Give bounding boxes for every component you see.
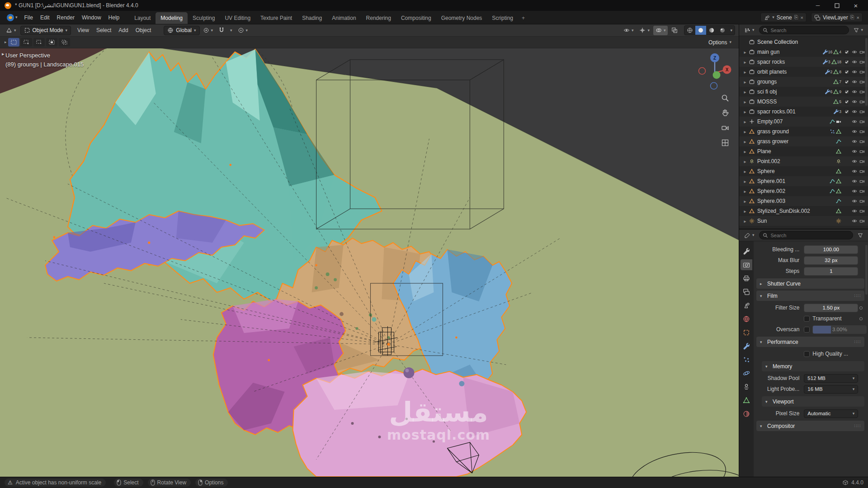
viewlayer-selector[interactable]: ViewLayer ⎘ × xyxy=(811,13,863,22)
overlays-dropdown[interactable]: ▾ xyxy=(653,26,668,35)
shading-rendered-button[interactable] xyxy=(717,26,728,35)
outliner-item-label[interactable]: sci fi obj xyxy=(757,89,777,95)
hide-in-viewport-toggle[interactable] xyxy=(850,169,858,174)
menu-window[interactable]: Window xyxy=(78,13,105,22)
select-mode-invert-button[interactable] xyxy=(46,38,57,47)
disable-in-renders-toggle[interactable] xyxy=(858,169,866,174)
outliner-item-scene-collection[interactable]: ▸ Scene Collection xyxy=(739,37,868,47)
hide-in-viewport-toggle[interactable] xyxy=(850,188,858,194)
pivot-point-button[interactable]: ▾ xyxy=(201,26,216,35)
workspace-tab-compositing[interactable]: Compositing xyxy=(396,12,436,24)
outliner-item-label[interactable]: groungs xyxy=(757,79,777,85)
outliner-item-sci-fi-obj[interactable]: ▸sci fi obj69 xyxy=(739,87,868,97)
collection-checkbox[interactable] xyxy=(843,69,850,75)
outliner-item-label[interactable]: Point.002 xyxy=(757,158,780,164)
pixel-size-dropdown[interactable]: Automatic▾ xyxy=(804,409,858,418)
collection-checkbox[interactable] xyxy=(843,79,850,84)
outliner-item-stylized-sundisk-002[interactable]: ▸Stylized_SunDisk.002 xyxy=(739,206,868,216)
properties-tab-modifiers[interactable] xyxy=(741,341,752,352)
viewport-menu-object[interactable]: Object xyxy=(132,26,155,35)
panel-header-memory[interactable]: ▾Memory xyxy=(762,361,864,371)
proportional-edit-button[interactable]: ▾ xyxy=(236,26,250,35)
workspace-tab-sculpting[interactable]: Sculpting xyxy=(188,12,220,24)
select-mode-subtract-button[interactable] xyxy=(33,38,45,47)
properties-search-input[interactable] xyxy=(770,232,849,239)
hide-in-viewport-toggle[interactable] xyxy=(850,119,858,124)
outliner-item-spacr-rocks-001[interactable]: ▸spacr rocks.0013 xyxy=(739,107,868,117)
workspace-tab-uv-editing[interactable]: UV Editing xyxy=(220,12,255,24)
expand-toggle-icon[interactable]: ▸ xyxy=(742,139,748,144)
properties-scrollbar[interactable] xyxy=(865,245,868,295)
outliner-item-mosss[interactable]: ▸MOSSS5 xyxy=(739,97,868,107)
outliner-item-sphere[interactable]: ▸Sphere xyxy=(739,166,868,176)
panel-disclosure-icon[interactable]: ▾ xyxy=(760,340,764,344)
workspace-tab-scripting[interactable]: Scripting xyxy=(487,12,518,24)
properties-filter-button[interactable] xyxy=(855,230,865,240)
viewport-options-dropdown[interactable]: Options▾ xyxy=(708,39,734,46)
menu-help[interactable]: Help xyxy=(105,13,123,22)
zoom-tool-icon[interactable] xyxy=(721,94,730,103)
viewport-menu-select[interactable]: Select xyxy=(93,26,115,35)
outliner-item-label[interactable]: Plane xyxy=(757,148,771,155)
workspace-tab-shading[interactable]: Shading xyxy=(297,12,327,24)
outliner-item-empty-007[interactable]: ▸Empty.007 xyxy=(739,117,868,127)
maximize-button[interactable] xyxy=(827,0,846,11)
hide-in-viewport-toggle[interactable] xyxy=(850,218,858,224)
hide-in-viewport-toggle[interactable] xyxy=(850,79,858,84)
overscan-checkbox[interactable] xyxy=(804,327,810,333)
expand-toggle-icon[interactable]: ▸ xyxy=(742,89,748,94)
properties-tab-constraints[interactable] xyxy=(741,381,752,392)
outliner-item-grass-ground[interactable]: ▸grass ground xyxy=(739,127,868,136)
filter-size-field[interactable]: 1.50 px xyxy=(804,304,858,312)
disable-in-renders-toggle[interactable] xyxy=(858,208,866,214)
outliner-search-input[interactable] xyxy=(770,27,846,33)
bleeding-field[interactable]: 100.00 xyxy=(804,245,858,254)
collection-checkbox[interactable] xyxy=(843,109,850,114)
hide-in-viewport-toggle[interactable] xyxy=(850,149,858,154)
outliner-filter-button[interactable]: ▾ xyxy=(851,25,865,35)
high-quality-checkbox[interactable] xyxy=(804,351,810,357)
shading-wireframe-button[interactable] xyxy=(684,26,695,35)
shading-solid-button[interactable] xyxy=(695,26,706,35)
disable-in-renders-toggle[interactable] xyxy=(858,178,866,184)
properties-tab-output[interactable] xyxy=(741,273,752,284)
expand-toggle-icon[interactable]: ▸ xyxy=(742,99,748,104)
outliner-item-label[interactable]: Empty.007 xyxy=(757,118,783,125)
panel-header-viewport[interactable]: ▾Viewport xyxy=(762,396,864,407)
outliner-item-label[interactable]: Sphere.003 xyxy=(757,198,785,204)
properties-tab-viewlayer[interactable] xyxy=(741,286,752,297)
disable-in-renders-toggle[interactable] xyxy=(858,139,866,144)
shading-dropdown[interactable]: ▾ xyxy=(728,26,735,35)
panel-grip-icon[interactable]: ∷∷ xyxy=(854,293,861,298)
disable-in-renders-toggle[interactable] xyxy=(858,59,866,65)
outliner-item-point-002[interactable]: ▸Point.002 xyxy=(739,156,868,166)
hide-in-viewport-toggle[interactable] xyxy=(850,139,858,144)
editor-type-button[interactable]: ▾ xyxy=(4,26,19,35)
expand-toggle-icon[interactable]: ▸ xyxy=(742,219,748,224)
close-button[interactable]: × xyxy=(846,0,865,11)
expand-toggle-icon[interactable]: ▸ xyxy=(742,189,748,194)
expand-toggle-icon[interactable]: ▸ xyxy=(742,70,748,75)
workspace-tab-layout[interactable]: Layout xyxy=(129,12,156,24)
expand-toggle-icon[interactable]: ▸ xyxy=(742,109,748,114)
collection-checkbox[interactable] xyxy=(843,59,850,65)
outliner-item-label[interactable]: Sphere.002 xyxy=(757,188,785,194)
add-workspace-button[interactable]: + xyxy=(518,12,528,24)
remove-viewlayer-icon[interactable]: × xyxy=(857,15,859,20)
disable-in-renders-toggle[interactable] xyxy=(858,159,866,164)
panel-grip-icon[interactable]: ∷∷ xyxy=(854,339,861,344)
shadow-pool-dropdown[interactable]: 512 MB▾ xyxy=(804,374,858,383)
panel-disclosure-icon[interactable]: ▾ xyxy=(765,364,770,369)
properties-tab-world[interactable] xyxy=(741,314,752,324)
outliner-item-label[interactable]: spacr rocks.001 xyxy=(757,108,796,115)
properties-tab-material[interactable] xyxy=(741,408,752,419)
collection-checkbox[interactable] xyxy=(843,99,850,104)
outliner-item-sun[interactable]: ▸Sun xyxy=(739,216,868,226)
blender-menu-button[interactable]: ▾ xyxy=(4,14,21,21)
disable-in-renders-toggle[interactable] xyxy=(858,109,866,114)
hide-in-viewport-toggle[interactable] xyxy=(850,198,858,204)
disable-in-renders-toggle[interactable] xyxy=(858,218,866,224)
outliner-scrollbar[interactable] xyxy=(865,38,868,106)
properties-tab-scene[interactable] xyxy=(741,300,752,311)
disable-in-renders-toggle[interactable] xyxy=(858,119,866,124)
